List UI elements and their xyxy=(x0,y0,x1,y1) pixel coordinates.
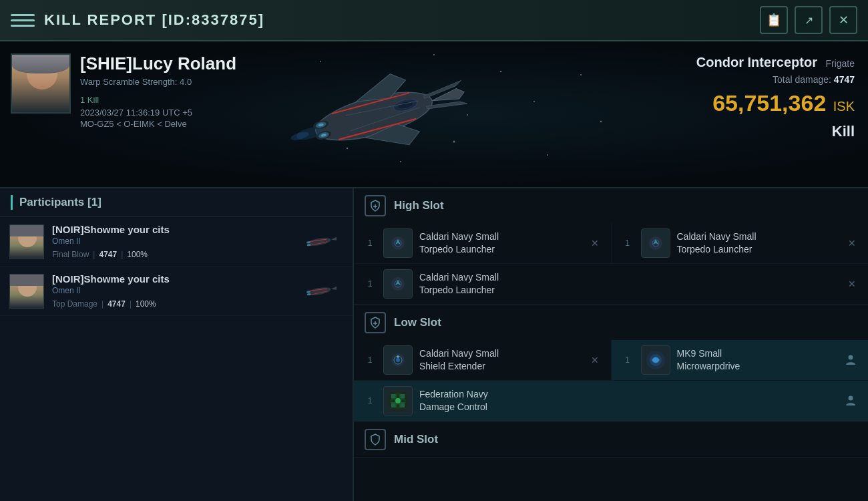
high-slot-icon xyxy=(365,195,386,216)
fit-item-name: MK9 SmallMicrowarpdrive xyxy=(677,347,843,373)
participant-row[interactable]: [NOIR]Showme your cits Omen II Final Blo… xyxy=(0,217,353,267)
torpedo-launcher-icon-3 xyxy=(383,269,413,299)
high-slot-row-dual-1: 1 Caldari Navy SmallTorpedo Launcher ✕ 1 xyxy=(354,223,868,264)
fit-item-row[interactable]: 1 Federation NavyDamage Control xyxy=(354,381,868,422)
svg-marker-33 xyxy=(331,236,337,241)
fit-item-row[interactable]: 1 Caldari Navy SmallTorpedo Launcher ✕ xyxy=(612,223,869,263)
role-label: Top Damage xyxy=(52,299,97,309)
fit-item-row[interactable]: 1 MK9 SmallMicrowarpdrive xyxy=(612,340,869,380)
fit-destroy-marker: ✕ xyxy=(588,355,602,365)
mid-slot-title: Mid Slot xyxy=(394,433,438,446)
isk-value: 65,751,362 xyxy=(712,90,826,116)
svg-marker-39 xyxy=(331,285,337,291)
result-label: Kill xyxy=(696,123,855,140)
person-svg-icon xyxy=(845,354,857,366)
percent-value: 100% xyxy=(136,299,156,309)
participant-face xyxy=(10,274,43,309)
low-slot-icon xyxy=(365,312,386,333)
torpedo-icon xyxy=(386,231,410,255)
fit-item-row[interactable]: 1 Caldari Navy SmallTorpedo Launcher ✕ xyxy=(354,223,612,263)
copy-button[interactable]: 📋 xyxy=(760,6,788,34)
hero-left: [SHIE]Lucy Roland Warp Scramble Strength… xyxy=(0,41,307,187)
mid-slot-section: Mid Slot xyxy=(354,422,868,458)
high-slot-section: High Slot 1 Caldari Navy SmallTorpedo La… xyxy=(354,188,868,305)
high-slot-header: High Slot xyxy=(354,188,868,223)
ship-class: Condor Interceptor xyxy=(696,55,817,69)
ship-small-svg xyxy=(302,232,337,252)
copy-icon: 📋 xyxy=(767,13,781,27)
ship-small-svg-2 xyxy=(302,281,337,301)
svg-point-11 xyxy=(600,121,602,122)
shield-low-icon xyxy=(369,316,382,329)
fit-qty: 1 xyxy=(363,279,377,289)
torpedo-launcher-icon-2 xyxy=(641,228,670,258)
participant-avatar xyxy=(9,274,44,309)
torpedo-icon-2 xyxy=(644,231,668,255)
fit-qty: 1 xyxy=(621,355,634,365)
total-damage-value: 4747 xyxy=(834,74,855,85)
kill-date: 2023/03/27 11:36:19 UTC +5 xyxy=(80,108,296,118)
mwd-svg-icon xyxy=(644,348,668,372)
fit-destroy-marker: ✕ xyxy=(845,238,859,248)
fit-panel: High Slot 1 Caldari Navy SmallTorpedo La… xyxy=(354,188,868,501)
participant-face xyxy=(10,224,43,259)
fit-qty: 1 xyxy=(363,396,377,405)
participant-ship: Omen II xyxy=(52,236,295,246)
ship-icon xyxy=(302,232,337,252)
fit-destroy-marker: ✕ xyxy=(588,238,602,248)
low-slot-header: Low Slot xyxy=(354,305,868,340)
torpedo-icon-3 xyxy=(386,272,410,296)
person-icon xyxy=(843,393,859,409)
svg-point-9 xyxy=(547,154,548,156)
header: KILL REPORT [ID:8337875] 📋 ↗ ✕ xyxy=(0,0,868,41)
fit-qty: 1 xyxy=(363,355,377,365)
participant-avatar xyxy=(9,224,44,259)
fit-qty: 1 xyxy=(621,238,634,248)
pilot-avatar xyxy=(11,53,71,114)
fit-qty: 1 xyxy=(363,238,377,248)
isk-row: 65,751,362 ISK xyxy=(696,90,855,116)
participant-info: [NOIR]Showme your cits Omen II Top Damag… xyxy=(52,273,295,309)
damage-value: 4747 xyxy=(107,299,126,309)
close-button[interactable]: ✕ xyxy=(829,6,857,34)
hamburger-button[interactable] xyxy=(11,8,35,32)
svg-point-5 xyxy=(533,101,535,102)
header-actions: 📋 ↗ ✕ xyxy=(760,6,857,34)
share-button[interactable]: ↗ xyxy=(795,6,823,34)
mid-slot-icon xyxy=(365,429,386,450)
kill-count: 1 Kill xyxy=(80,95,296,105)
participant-row[interactable]: [NOIR]Showme your cits Omen II Top Damag… xyxy=(0,267,353,316)
low-slot-row-dual: 1 Caldari Navy SmallShield Extender ✕ xyxy=(354,340,868,381)
mwd-icon xyxy=(641,345,670,375)
svg-point-10 xyxy=(580,74,582,75)
shield-icon xyxy=(369,199,382,212)
damage-control-icon xyxy=(383,386,413,415)
fit-destroy-marker: ✕ xyxy=(845,279,859,289)
dc-svg-icon xyxy=(386,389,410,413)
total-damage-label: Total damage: xyxy=(773,74,831,85)
section-bar xyxy=(11,195,13,210)
mid-slot-header: Mid Slot xyxy=(354,422,868,457)
participant-ship: Omen II xyxy=(52,286,295,295)
fit-item-name: Caldari Navy SmallTorpedo Launcher xyxy=(419,230,588,256)
participant-name: [NOIR]Showme your cits xyxy=(52,273,295,285)
fit-item-name: Federation NavyDamage Control xyxy=(419,388,843,413)
shield-extender-icon xyxy=(383,345,413,375)
share-icon: ↗ xyxy=(805,14,813,27)
fit-item-row[interactable]: 1 Caldari Navy SmallShield Extender ✕ xyxy=(354,340,612,380)
participants-title: Participants [1] xyxy=(19,196,101,209)
person-icon xyxy=(843,352,859,368)
percent-value: 100% xyxy=(127,250,148,259)
hero-section: [SHIE]Lucy Roland Warp Scramble Strength… xyxy=(0,41,868,188)
main-content: Participants [1] [NOIR]Showme your cits … xyxy=(0,188,868,501)
fit-item-row[interactable]: 1 Caldari Navy SmallTorpedo Launcher ✕ xyxy=(354,264,868,305)
torpedo-launcher-icon-1 xyxy=(383,228,413,258)
page-title: KILL REPORT [ID:8337875] xyxy=(44,11,760,29)
hero-stats: Condor Interceptor Frigate Total damage:… xyxy=(696,55,855,140)
svg-point-73 xyxy=(849,396,853,401)
shield-ext-icon xyxy=(386,348,410,372)
high-slot-title: High Slot xyxy=(394,199,444,212)
ship-type: Frigate xyxy=(825,58,855,69)
damage-value: 4747 xyxy=(99,250,117,259)
participant-stats: Top Damage | 4747 | 100% xyxy=(52,299,295,309)
